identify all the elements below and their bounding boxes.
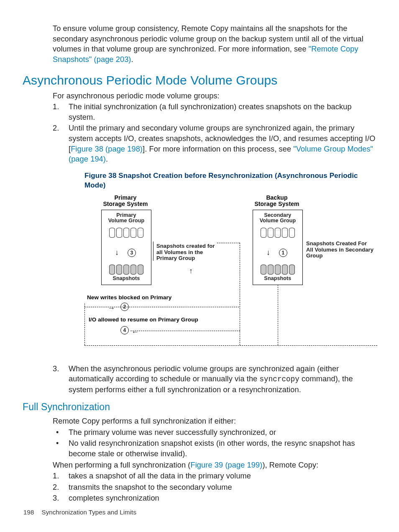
note-primary-snapshots: Snapshots created for all Volumes in the… <box>156 243 215 262</box>
dashed-line <box>84 345 377 346</box>
p2-text-a: When performing a full synchronization ( <box>53 461 191 469</box>
cylinder-icon <box>123 228 129 238</box>
heading-async-periodic: Asynchronous Periodic Mode Volume Groups <box>23 72 376 89</box>
section2-p2: When performing a full synchronization (… <box>53 460 376 470</box>
section1-lead: For asynchronous periodic mode volume gr… <box>53 91 376 101</box>
link-figure-38[interactable]: Figure 38 (page 198) <box>71 145 143 153</box>
cylinder-icon <box>275 228 281 238</box>
primary-group-title: Primary Volume Group <box>102 213 151 224</box>
list-item: completes synchronization <box>53 493 376 504</box>
cylinder-icon <box>282 265 288 275</box>
cylinder-icon <box>289 228 295 238</box>
section1-ordered-list: The initial synchronization (a full sync… <box>53 102 376 395</box>
section2-bullet-list: The primary volume was never successfull… <box>53 427 376 459</box>
secondary-snapshots-row <box>253 265 302 275</box>
secondary-group-title: Secondary Volume Group <box>253 213 302 224</box>
intro-text-b: . <box>131 55 133 64</box>
li2-text-b: ]. For more information on this process,… <box>143 145 293 153</box>
arrow-down-icon: ↓ <box>115 249 119 256</box>
primary-volumes-row <box>102 228 151 238</box>
cylinder-icon <box>138 265 143 275</box>
bullet-1: The primary volume was never successfull… <box>69 428 276 437</box>
cylinder-icon <box>282 228 288 238</box>
dashed-line <box>217 243 240 243</box>
dashed-line <box>278 285 278 345</box>
footer-title: Synchronization Types and Limits <box>42 509 136 516</box>
cylinder-icon <box>289 265 295 275</box>
bullet-2: No valid resynchronization snapshot exis… <box>69 439 355 458</box>
label-backup-storage: Backup Storage System <box>248 195 306 208</box>
arrow-down-icon: ↓ <box>266 249 270 256</box>
section2-p1: Remote Copy performs a full synchronizat… <box>53 416 376 427</box>
cylinder-icon <box>268 265 274 275</box>
list-item: transmits the snapshot to the secondary … <box>53 482 376 493</box>
dashed-line <box>84 303 85 345</box>
cylinder-icon <box>123 265 129 275</box>
o2: transmits the snapshot to the secondary … <box>69 483 232 491</box>
figure-38: Primary Storage System Backup Storage Sy… <box>84 195 399 354</box>
list-item: When the asynchronous periodic volume gr… <box>53 364 376 395</box>
link-figure-39[interactable]: Figure 39 (page 199) <box>191 461 263 469</box>
figure-38-caption: Figure 38 Snapshot Creation before Resyn… <box>84 171 376 190</box>
dashed-line <box>240 243 240 345</box>
intro-paragraph: To ensure volume group consistency, Remo… <box>53 23 376 64</box>
primary-volume-group-box: Primary Volume Group ↓ 3 <box>101 210 151 285</box>
page-footer: 198 Synchronization Types and Limits <box>23 508 136 517</box>
cylinder-icon <box>261 228 266 238</box>
label-primary-storage: Primary Storage System <box>96 195 155 208</box>
secondary-volume-group-box: Secondary Volume Group ↓ 1 <box>253 210 303 285</box>
dashed-line <box>130 331 240 331</box>
page-number: 198 <box>23 509 34 516</box>
cylinder-icon <box>130 228 136 238</box>
section2-ordered-list: takes a snapshot of all the data in the … <box>53 471 376 504</box>
step-marker-3: 3 <box>128 249 136 257</box>
arrow-up-icon: ↑ <box>189 266 193 276</box>
p2-text-b: ), Remote Copy: <box>262 461 318 469</box>
divider-line <box>153 242 153 261</box>
cylinder-icon <box>116 228 122 238</box>
o3: completes synchronization <box>69 494 159 502</box>
dashed-line <box>84 307 239 307</box>
list-item: The primary volume was never successfull… <box>53 427 376 438</box>
cylinder-icon <box>130 265 136 275</box>
code-syncrcopy: syncrcopy <box>260 375 299 383</box>
cylinder-icon <box>109 228 115 238</box>
note-secondary-snapshots: Snapshots Created For All Volumes in Sec… <box>306 241 375 260</box>
cylinder-icon <box>138 228 143 238</box>
primary-snapshots-label: Snapshots <box>102 275 151 282</box>
li2-text-c: . <box>106 155 108 163</box>
arrow-left-icon: ← <box>131 327 139 337</box>
list-item: No valid resynchronization snapshot exis… <box>53 438 376 459</box>
cylinder-icon <box>261 265 266 275</box>
primary-snapshots-row <box>102 265 151 275</box>
secondary-volumes-row <box>253 228 302 238</box>
step-marker-1: 1 <box>279 249 287 257</box>
label-io-resume: I/O allowed to resume on Primary Group <box>89 316 198 324</box>
arrow-right-icon: → <box>107 303 115 313</box>
heading-full-synchronization: Full Synchronization <box>23 401 376 414</box>
step-marker-4: 4 <box>120 326 129 334</box>
label-new-writes-blocked: New writes blocked on Primary <box>87 294 171 301</box>
list-item: The initial synchronization (a full sync… <box>53 102 376 122</box>
cylinder-icon <box>116 265 122 275</box>
o1: takes a snapshot of all the data in the … <box>69 472 251 480</box>
secondary-snapshots-label: Snapshots <box>253 275 302 282</box>
cylinder-icon <box>268 228 274 238</box>
li1-text: The initial synchronization (a full sync… <box>69 103 352 121</box>
cylinder-icon <box>109 265 115 275</box>
cylinder-icon <box>275 265 281 275</box>
list-item: takes a snapshot of all the data in the … <box>53 471 376 481</box>
list-item: Until the primary and secondary volume g… <box>53 123 376 353</box>
